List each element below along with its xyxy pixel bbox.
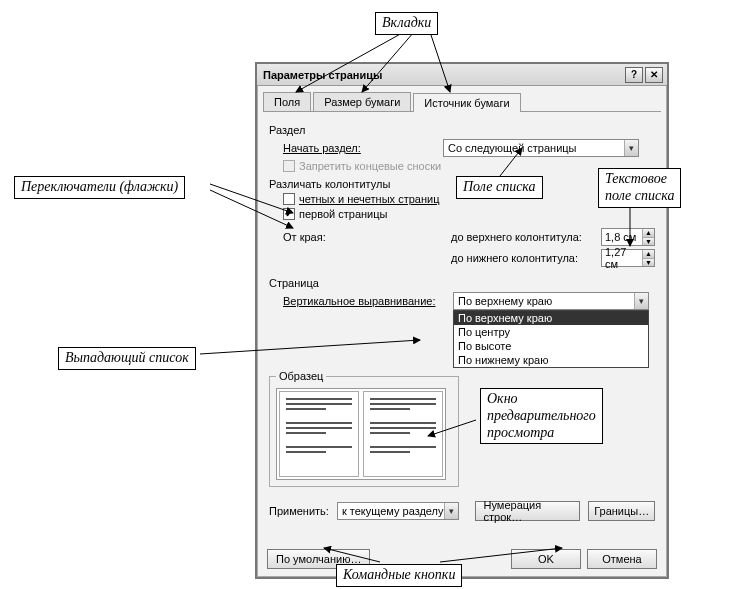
sample-legend: Образец — [276, 370, 326, 382]
ok-button[interactable]: OK — [511, 549, 581, 569]
callout-listfield: Поле списка — [456, 176, 543, 199]
suppress-endnotes-checkbox: Запретить концевые сноски — [283, 160, 441, 172]
apply-to-value: к текущему разделу — [342, 505, 444, 517]
footer-distance-value: 1,27 см — [602, 250, 642, 266]
section-group-label: Раздел — [269, 124, 655, 136]
page-group-label: Страница — [269, 277, 655, 289]
spin-up-icon[interactable]: ▲ — [643, 250, 654, 259]
titlebar: Параметры страницы ? ✕ — [257, 64, 667, 86]
section-start-value: Со следующей страницы — [448, 142, 624, 154]
header-distance-label: до верхнего колонтитула: — [451, 231, 601, 243]
valign-dropdown[interactable]: По верхнему краю По верхнему краю По цен… — [453, 292, 649, 310]
help-button[interactable]: ? — [625, 67, 643, 83]
valign-label: Вертикальное выравнивание: — [283, 295, 453, 307]
section-start-combo[interactable]: Со следующей страницы — [443, 139, 639, 157]
suppress-endnotes-label: Запретить концевые сноски — [299, 160, 441, 172]
footer-distance-label: до нижнего колонтитула: — [451, 252, 601, 264]
header-distance-stepper[interactable]: 1,8 см ▲▼ — [601, 228, 655, 246]
line-numbers-button[interactable]: Нумерация строк… — [475, 501, 581, 521]
odd-even-label: четных и нечетных страниц — [299, 193, 439, 205]
first-page-checkbox[interactable]: ✔ первой страницы — [283, 208, 387, 220]
valign-options-list: По верхнему краю По центру По высоте По … — [453, 310, 649, 368]
spin-down-icon[interactable]: ▼ — [643, 259, 654, 267]
tabstrip: Поля Размер бумаги Источник бумаги — [263, 92, 661, 112]
callout-tabs: Вкладки — [375, 12, 438, 35]
callout-command-buttons: Командные кнопки — [336, 564, 462, 587]
valign-option[interactable]: По центру — [454, 325, 648, 339]
spin-up-icon[interactable]: ▲ — [643, 229, 654, 238]
callout-preview: Окно предварительного просмотра — [480, 388, 603, 444]
page-setup-dialog: Параметры страницы ? ✕ Поля Размер бумаг… — [255, 62, 669, 579]
callout-textlistfield: Текстовое поле списка — [598, 168, 681, 208]
apply-to-label: Применить: — [269, 505, 329, 517]
from-edge-label: От края: — [283, 231, 395, 243]
checkbox-box-icon — [283, 160, 295, 172]
dialog-title: Параметры страницы — [263, 69, 623, 81]
valign-option[interactable]: По нижнему краю — [454, 353, 648, 367]
callout-dropdown: Выпадающий список — [58, 347, 196, 370]
tab-paper-source[interactable]: Источник бумаги — [413, 93, 520, 112]
valign-option[interactable]: По высоте — [454, 339, 648, 353]
preview-window — [276, 388, 446, 480]
tab-paper-size[interactable]: Размер бумаги — [313, 92, 411, 111]
odd-even-checkbox[interactable]: четных и нечетных страниц — [283, 193, 439, 205]
borders-button[interactable]: Границы… — [588, 501, 655, 521]
preview-page-right — [363, 391, 443, 477]
footer-distance-stepper[interactable]: 1,27 см ▲▼ — [601, 249, 655, 267]
preview-page-left — [279, 391, 359, 477]
spin-down-icon[interactable]: ▼ — [643, 238, 654, 246]
chevron-down-icon — [634, 293, 648, 309]
chevron-down-icon — [444, 503, 458, 519]
apply-to-combo[interactable]: к текущему разделу — [337, 502, 459, 520]
sample-fieldset: Образец — [269, 370, 459, 487]
section-start-label: Начать раздел: — [283, 142, 393, 154]
valign-value: По верхнему краю — [458, 295, 634, 307]
chevron-down-icon — [624, 140, 638, 156]
checkbox-box-icon — [283, 193, 295, 205]
tab-margins[interactable]: Поля — [263, 92, 311, 111]
first-page-label: первой страницы — [299, 208, 387, 220]
close-button[interactable]: ✕ — [645, 67, 663, 83]
cancel-button[interactable]: Отмена — [587, 549, 657, 569]
checkbox-checked-icon: ✔ — [283, 208, 295, 220]
callout-switches: Переключатели (флажки) — [14, 176, 185, 199]
header-distance-value: 1,8 см — [602, 229, 642, 245]
valign-option[interactable]: По верхнему краю — [454, 311, 648, 325]
